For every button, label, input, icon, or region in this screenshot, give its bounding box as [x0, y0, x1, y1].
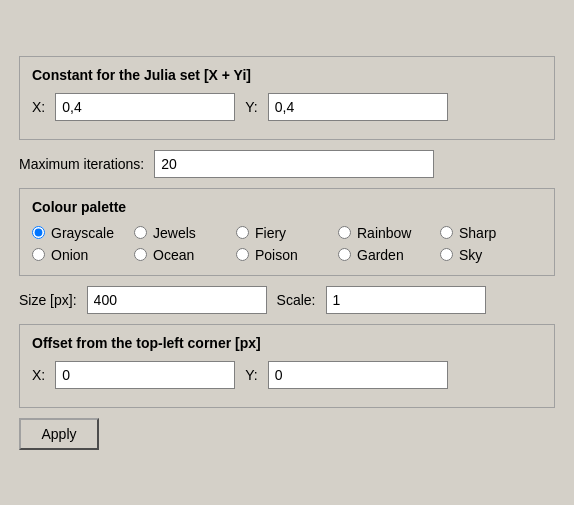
julia-y-label: Y: — [245, 99, 257, 115]
radio-onion[interactable] — [32, 248, 45, 261]
radio-sky[interactable] — [440, 248, 453, 261]
size-input[interactable] — [87, 286, 267, 314]
palette-item-jewels[interactable]: Jewels — [134, 225, 236, 241]
palette-item-fiery[interactable]: Fiery — [236, 225, 338, 241]
radio-poison[interactable] — [236, 248, 249, 261]
palette-item-ocean[interactable]: Ocean — [134, 247, 236, 263]
offset-y-label: Y: — [245, 367, 257, 383]
main-panel: Constant for the Julia set [X + Yi] X: Y… — [7, 44, 567, 462]
size-scale-row: Size [px]: Scale: — [19, 286, 555, 314]
offset-x-input[interactable] — [55, 361, 235, 389]
radio-rainbow[interactable] — [338, 226, 351, 239]
label-sharp: Sharp — [459, 225, 496, 241]
label-rainbow: Rainbow — [357, 225, 411, 241]
label-poison: Poison — [255, 247, 298, 263]
scale-label: Scale: — [277, 292, 316, 308]
julia-x-label: X: — [32, 99, 45, 115]
julia-x-input[interactable] — [55, 93, 235, 121]
radio-fiery[interactable] — [236, 226, 249, 239]
radio-jewels[interactable] — [134, 226, 147, 239]
label-grayscale: Grayscale — [51, 225, 114, 241]
maxiter-input[interactable] — [154, 150, 434, 178]
label-garden: Garden — [357, 247, 404, 263]
julia-section: Constant for the Julia set [X + Yi] X: Y… — [19, 56, 555, 140]
label-onion: Onion — [51, 247, 88, 263]
julia-title: Constant for the Julia set [X + Yi] — [32, 67, 542, 83]
offset-y-input[interactable] — [268, 361, 448, 389]
apply-button[interactable]: Apply — [19, 418, 99, 450]
palette-item-rainbow[interactable]: Rainbow — [338, 225, 440, 241]
palette-item-sharp[interactable]: Sharp — [440, 225, 542, 241]
palette-item-poison[interactable]: Poison — [236, 247, 338, 263]
maxiter-label: Maximum iterations: — [19, 156, 144, 172]
palette-item-grayscale[interactable]: Grayscale — [32, 225, 134, 241]
julia-y-input[interactable] — [268, 93, 448, 121]
maxiter-row: Maximum iterations: — [19, 150, 555, 178]
radio-grayscale[interactable] — [32, 226, 45, 239]
size-label: Size [px]: — [19, 292, 77, 308]
offset-title: Offset from the top-left corner [px] — [32, 335, 542, 351]
radio-sharp[interactable] — [440, 226, 453, 239]
palette-section: Colour palette Grayscale Jewels Fiery Ra… — [19, 188, 555, 276]
palette-item-garden[interactable]: Garden — [338, 247, 440, 263]
offset-x-label: X: — [32, 367, 45, 383]
palette-title: Colour palette — [32, 199, 542, 215]
label-ocean: Ocean — [153, 247, 194, 263]
palette-item-onion[interactable]: Onion — [32, 247, 134, 263]
scale-input[interactable] — [326, 286, 486, 314]
palette-grid: Grayscale Jewels Fiery Rainbow Sharp Oni… — [32, 225, 542, 263]
label-jewels: Jewels — [153, 225, 196, 241]
radio-ocean[interactable] — [134, 248, 147, 261]
palette-item-sky[interactable]: Sky — [440, 247, 542, 263]
label-sky: Sky — [459, 247, 482, 263]
label-fiery: Fiery — [255, 225, 286, 241]
offset-section: Offset from the top-left corner [px] X: … — [19, 324, 555, 408]
offset-xy-row: X: Y: — [32, 361, 542, 389]
julia-xy-row: X: Y: — [32, 93, 542, 121]
radio-garden[interactable] — [338, 248, 351, 261]
